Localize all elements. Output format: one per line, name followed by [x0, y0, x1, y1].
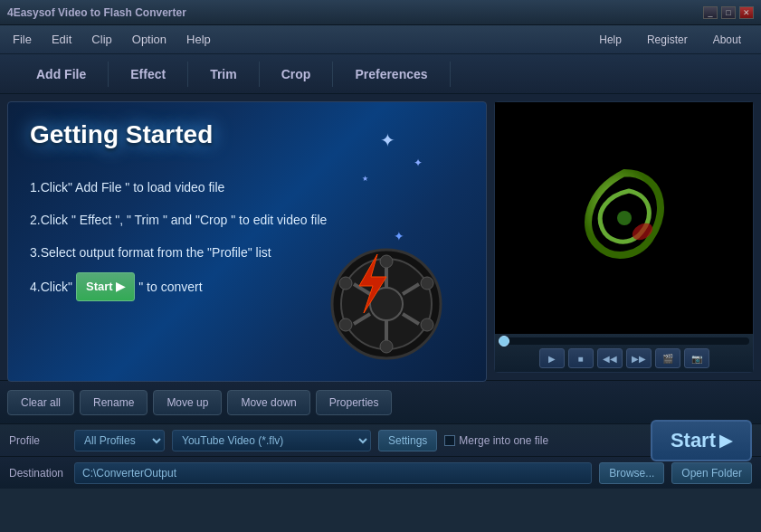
merge-label-text: Merge into one file [459, 434, 548, 447]
seek-thumb[interactable] [499, 336, 509, 347]
svg-point-12 [421, 318, 433, 331]
toolbar: Add File Effect Trim Crop Preferences [0, 54, 761, 94]
menu-edit[interactable]: Edit [43, 29, 81, 50]
sparkle-3: ★ [362, 175, 368, 183]
svg-point-14 [421, 277, 433, 290]
toolbar-effect[interactable]: Effect [109, 62, 188, 87]
step-4: 4.Click" Start ▶ " to convert [30, 272, 327, 301]
getting-started-title: Getting Started [30, 120, 213, 149]
destination-input[interactable] [74, 462, 592, 484]
menu-help-left[interactable]: Help [177, 29, 220, 50]
step-2: 2.Click " Effect ", " Trim " and "Crop "… [30, 207, 327, 233]
preview-panel: ▶ ■ ◀◀ ▶▶ 🎬 📷 [494, 101, 754, 373]
rename-button[interactable]: Rename [80, 390, 147, 415]
rewind-button[interactable]: ◀◀ [597, 348, 623, 368]
menu-bar: File Edit Clip Option Help Help Register… [0, 25, 761, 54]
menu-clip[interactable]: Clip [82, 29, 120, 50]
menu-left: File Edit Clip Option Help [4, 29, 220, 50]
inline-start-label: Start ▶ [76, 272, 135, 301]
video-display: ✦ ✦ ★ ✦ Getting Started 1.Click" Add Fil… [7, 101, 487, 382]
sparkle-1: ✦ [380, 129, 395, 151]
preview-logo [570, 164, 679, 272]
stop-button[interactable]: ■ [568, 348, 594, 368]
menu-option[interactable]: Option [123, 29, 176, 50]
start-label: Start [671, 429, 716, 452]
toolbar-crop[interactable]: Crop [260, 62, 334, 87]
menu-right: Help Register About [590, 30, 757, 50]
toolbar-trim[interactable]: Trim [188, 62, 260, 87]
step-3: 3.Select output format from the "Profile… [30, 240, 327, 265]
start-button[interactable]: Start ▶ [651, 420, 752, 461]
snapshot-button[interactable]: 📷 [684, 348, 709, 368]
app-title: 4Easysof Video to Flash Converter [7, 6, 186, 19]
preview-screen [495, 102, 753, 334]
settings-button[interactable]: Settings [378, 430, 437, 451]
svg-point-13 [339, 318, 352, 331]
merge-container: Merge into one file [444, 434, 548, 447]
menu-file[interactable]: File [4, 29, 41, 50]
move-up-button[interactable]: Move up [153, 390, 222, 415]
svg-point-16 [617, 211, 632, 225]
toolbar-add-file[interactable]: Add File [14, 62, 109, 87]
profile-label: Profile [9, 434, 67, 447]
clip-button[interactable]: 🎬 [655, 348, 680, 368]
browse-button[interactable]: Browse... [599, 462, 664, 484]
film-reel [314, 227, 459, 372]
menu-help-right[interactable]: Help [590, 30, 631, 50]
move-down-button[interactable]: Move down [227, 390, 309, 415]
seek-bar[interactable] [499, 337, 749, 345]
main-area: ✦ ✦ ★ ✦ Getting Started 1.Click" Add Fil… [0, 94, 761, 380]
forward-button[interactable]: ▶▶ [626, 348, 652, 368]
profile-select[interactable]: All Profiles [74, 430, 165, 451]
action-buttons-bar: Clear all Rename Move up Move down Prope… [0, 380, 761, 423]
minimize-button[interactable]: _ [703, 6, 718, 19]
destination-label: Destination [9, 467, 67, 480]
sparkle-2: ✦ [414, 157, 423, 169]
maximize-button[interactable]: □ [721, 6, 736, 19]
menu-register[interactable]: Register [638, 30, 697, 50]
destination-row: Destination Browse... Open Folder [0, 456, 761, 489]
playback-controls: ▶ ■ ◀◀ ▶▶ 🎬 📷 [499, 348, 749, 368]
toolbar-preferences[interactable]: Preferences [333, 62, 450, 87]
svg-point-10 [380, 340, 393, 353]
svg-point-9 [380, 255, 393, 268]
open-folder-button[interactable]: Open Folder [671, 462, 752, 484]
svg-point-11 [339, 277, 352, 290]
profile-row: Profile All Profiles YouTube Video (*.fl… [0, 423, 761, 456]
getting-started-steps: 1.Click" Add File " to load video file 2… [30, 175, 327, 301]
preview-controls: ▶ ■ ◀◀ ▶▶ 🎬 📷 [495, 334, 753, 372]
window-controls: _ □ ✕ [703, 6, 754, 19]
clear-all-button[interactable]: Clear all [7, 390, 74, 415]
step-1: 1.Click" Add File " to load video file [30, 175, 327, 200]
title-bar: 4Easysof Video to Flash Converter _ □ ✕ [0, 0, 761, 25]
merge-checkbox[interactable] [444, 435, 455, 446]
film-reel-svg [314, 227, 459, 372]
play-button[interactable]: ▶ [539, 348, 565, 368]
menu-about[interactable]: About [704, 30, 750, 50]
start-arrow-icon: ▶ [719, 431, 732, 451]
close-button[interactable]: ✕ [739, 6, 754, 19]
format-select[interactable]: YouTube Video (*.flv) [172, 430, 371, 451]
properties-button[interactable]: Properties [316, 390, 393, 415]
